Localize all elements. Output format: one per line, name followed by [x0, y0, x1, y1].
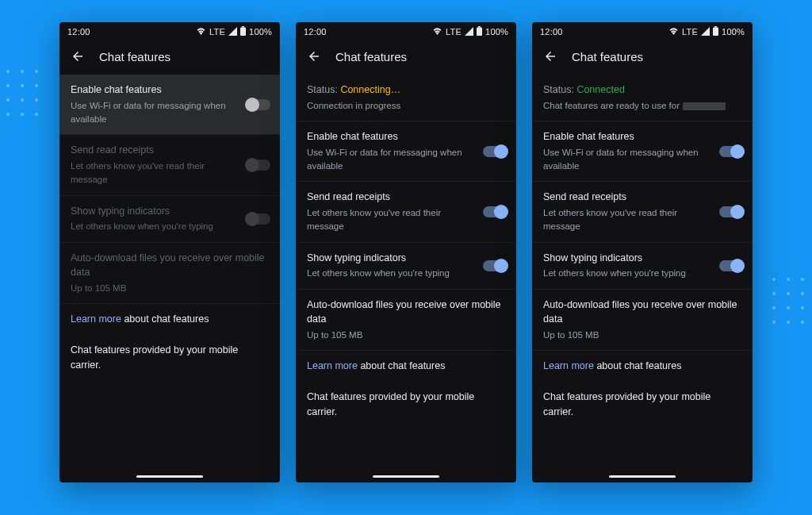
row-provided-by: Chat features provided by your mobile ca… — [296, 382, 516, 428]
status-bar: 12:00 LTE 100% — [59, 22, 280, 41]
wifi-icon — [668, 27, 679, 37]
battery-icon — [477, 26, 482, 37]
status-label: Status: — [307, 84, 340, 95]
provided-by-text: Chat features provided by your mobile ca… — [307, 390, 505, 420]
learn-more-link[interactable]: Learn more — [71, 313, 121, 325]
lte-label: LTE — [446, 27, 462, 37]
row-status: Status: Connecting… Connection in progre… — [296, 75, 516, 121]
lte-label: LTE — [209, 27, 225, 37]
status-bar: 12:00 LTE 100% — [296, 22, 516, 41]
gesture-nav-handle[interactable] — [136, 475, 203, 478]
status-time: 12:00 — [67, 27, 90, 37]
learn-more-tail: about chat features — [358, 360, 446, 371]
wifi-icon — [196, 27, 206, 37]
status-bar: 12:00 LTE 100% — [532, 22, 753, 41]
row-learn-more[interactable]: Learn more about chat features — [532, 351, 753, 382]
row-auto-download[interactable]: Auto-download files you receive over mob… — [296, 290, 516, 351]
lte-label: LTE — [682, 27, 698, 37]
row-learn-more[interactable]: Learn more about chat features — [296, 351, 516, 382]
status-time: 12:00 — [304, 27, 327, 37]
battery-percent: 100% — [249, 27, 272, 37]
row-learn-more[interactable]: Learn more about chat features — [59, 304, 280, 335]
wifi-icon — [432, 27, 442, 37]
gesture-nav-handle[interactable] — [609, 475, 676, 478]
row-typing-indicators[interactable]: Show typing indicators Let others know w… — [532, 243, 753, 289]
battery-percent: 100% — [485, 27, 508, 37]
row-auto-download[interactable]: Auto-download files you receive over mob… — [532, 290, 753, 351]
app-bar: Chat features — [296, 41, 516, 75]
row-title: Send read receipts — [307, 190, 472, 205]
app-bar: Chat features — [59, 41, 280, 75]
svg-rect-4 — [713, 28, 718, 37]
row-read-receipts[interactable]: Send read receipts Let others know you'v… — [532, 182, 753, 241]
status-value-connecting: Connecting… — [340, 84, 400, 95]
row-title: Enable chat features — [307, 129, 472, 144]
back-arrow-icon[interactable] — [71, 49, 85, 63]
row-subtitle: Use Wi-Fi or data for messaging when ava… — [543, 146, 708, 174]
page-title: Chat features — [335, 50, 407, 63]
toggle-enable-chat-features[interactable] — [247, 99, 270, 110]
row-title: Enable chat features — [71, 83, 236, 98]
status-value-connected: Connected — [576, 84, 624, 95]
row-title: Enable chat features — [543, 129, 708, 144]
toggle-typing-indicators[interactable] — [719, 260, 743, 271]
signal-icon — [701, 27, 710, 37]
toggle-enable-chat-features[interactable] — [483, 146, 507, 157]
back-arrow-icon[interactable] — [307, 49, 321, 63]
svg-rect-0 — [240, 28, 246, 37]
row-title: Show typing indicators — [543, 251, 708, 266]
status-subtitle: Connection in progress — [307, 99, 505, 113]
battery-percent: 100% — [722, 27, 745, 37]
row-enable-chat-features[interactable]: Enable chat features Use Wi-Fi or data f… — [532, 121, 753, 181]
row-read-receipts[interactable]: Send read receipts Let others know you'v… — [296, 182, 516, 241]
row-title: Send read receipts — [543, 190, 708, 205]
toggle-typing-indicators[interactable] — [483, 260, 507, 271]
learn-more-link[interactable]: Learn more — [307, 360, 358, 371]
gesture-nav-handle[interactable] — [373, 475, 439, 478]
svg-rect-1 — [242, 26, 244, 28]
provided-by-text: Chat features provided by your mobile ca… — [543, 390, 741, 420]
signal-icon — [228, 27, 237, 37]
row-title: Auto-download files you receive over mob… — [543, 298, 741, 328]
toggle-read-receipts[interactable] — [719, 206, 743, 217]
learn-more-tail: about chat features — [121, 313, 209, 325]
page-title: Chat features — [99, 50, 170, 63]
row-enable-chat-features[interactable]: Enable chat features Use Wi-Fi or data f… — [59, 75, 280, 134]
provided-by-text: Chat features provided by your mobile ca… — [71, 343, 269, 373]
row-status: Status: Connected Chat features are read… — [532, 75, 753, 121]
svg-rect-5 — [714, 26, 717, 28]
redacted-number — [683, 102, 726, 110]
row-title: Auto-download files you receive over mob… — [71, 251, 269, 281]
row-typing-indicators[interactable]: Show typing indicators Let others know w… — [296, 243, 516, 289]
signal-icon — [465, 27, 473, 37]
row-enable-chat-features[interactable]: Enable chat features Use Wi-Fi or data f… — [296, 121, 516, 181]
page-title: Chat features — [572, 50, 643, 63]
row-provided-by: Chat features provided by your mobile ca… — [59, 335, 280, 381]
row-title: Auto-download files you receive over mob… — [307, 298, 505, 328]
row-subtitle: Let others know when you're typing — [71, 220, 236, 233]
status-time: 12:00 — [540, 27, 563, 37]
row-subtitle: Let others know you've read their messag… — [307, 206, 472, 234]
row-read-receipts: Send read receipts Let others know you'v… — [59, 135, 280, 194]
toggle-read-receipts[interactable] — [483, 206, 507, 217]
learn-more-link[interactable]: Learn more — [543, 360, 594, 371]
screen-chat-features-connected: 12:00 LTE 100% Chat features Status: Con… — [532, 22, 753, 482]
row-subtitle: Up to 105 MB — [71, 282, 269, 295]
row-subtitle: Let others know when you're typing — [543, 267, 708, 280]
row-title: Show typing indicators — [71, 204, 236, 219]
row-title: Send read receipts — [71, 143, 236, 158]
row-subtitle: Use Wi-Fi or data for messaging when ava… — [71, 99, 236, 127]
battery-icon — [240, 26, 246, 37]
row-title: Show typing indicators — [307, 251, 472, 266]
toggle-enable-chat-features[interactable] — [719, 146, 743, 157]
row-subtitle: Let others know you've read their messag… — [71, 159, 236, 187]
back-arrow-icon[interactable] — [543, 49, 557, 63]
row-subtitle: Use Wi-Fi or data for messaging when ava… — [307, 146, 472, 174]
screen-chat-features-off: 12:00 LTE 100% Chat features Enable chat… — [59, 22, 280, 482]
svg-rect-3 — [478, 26, 481, 28]
app-bar: Chat features — [532, 41, 753, 75]
svg-rect-2 — [477, 28, 482, 37]
status-label: Status: — [543, 84, 576, 95]
row-subtitle: Up to 105 MB — [543, 329, 741, 342]
screen-chat-features-connecting: 12:00 LTE 100% Chat features Status: Con… — [296, 22, 516, 482]
